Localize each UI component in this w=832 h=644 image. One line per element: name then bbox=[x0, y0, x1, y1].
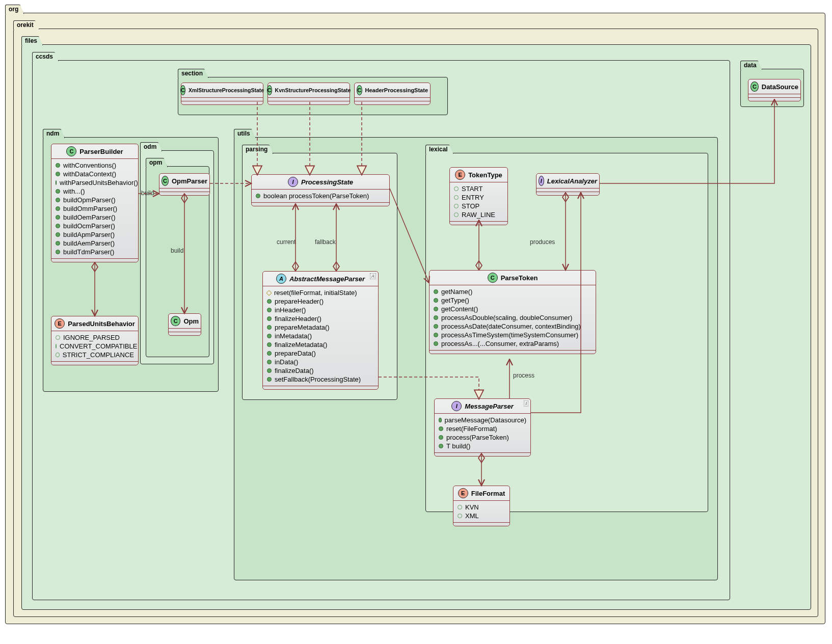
class-header-processing-state: CHeaderProcessingState bbox=[354, 83, 431, 105]
class-file-format: EFileFormat KVN XML bbox=[453, 486, 510, 526]
interface-lexical-analyzer: ILexicalAnalyzer bbox=[536, 173, 600, 196]
pkg-tab-utils: utils bbox=[234, 129, 256, 138]
class-token-type: ETokenType START ENTRY STOP RAW_LINE bbox=[449, 167, 508, 225]
class-parse-token: CParseToken getName() getType() getConte… bbox=[429, 270, 596, 354]
pkg-tab-section: section bbox=[178, 69, 208, 78]
label-produces: produces bbox=[530, 238, 555, 246]
class-parsed-units-behavior: EParsedUnitsBehavior IGNORE_PARSED CONVE… bbox=[51, 316, 139, 365]
enum-icon: E bbox=[455, 170, 465, 180]
members: IGNORE_PARSED CONVERT_COMPATIBLE STRICT_… bbox=[51, 331, 138, 362]
class-icon: C bbox=[357, 85, 362, 95]
enum-icon: E bbox=[458, 488, 468, 498]
interface-message-parser: I IMessageParser parseMessage(Datasource… bbox=[434, 398, 531, 457]
members: withConventions() withDataContext() with… bbox=[51, 159, 138, 259]
label-process: process bbox=[513, 372, 534, 379]
pkg-tab-parsing: parsing bbox=[242, 145, 273, 154]
label-build-2: build bbox=[171, 247, 183, 254]
class-data-source: CDataSource bbox=[748, 79, 801, 101]
pkg-tab-orekit: orekit bbox=[13, 20, 39, 30]
class-icon: C bbox=[750, 82, 759, 92]
class-abstract-message-parser: A AAbstractMessageParser reset(fileForma… bbox=[262, 271, 379, 390]
pkg-tab-org: org bbox=[5, 5, 24, 14]
class-xml-structure-processing-state: CXmlStructureProcessingState bbox=[181, 83, 263, 105]
class-icon: C bbox=[171, 316, 180, 326]
pkg-tab-files: files bbox=[21, 36, 43, 45]
class-opm-parser: COpmParser bbox=[159, 173, 210, 196]
pkg-tab-odm: odm bbox=[140, 142, 162, 151]
class-opm: COpm bbox=[168, 313, 201, 336]
label-fallback: fallback bbox=[315, 238, 336, 246]
class-kvn-structure-processing-state: CKvnStructureProcessingState bbox=[267, 83, 350, 105]
pkg-tab-ccsds: ccsds bbox=[32, 52, 59, 61]
interface-icon: I bbox=[451, 401, 462, 411]
pkg-tab-data: data bbox=[740, 61, 762, 70]
pkg-tab-ndm: ndm bbox=[43, 129, 65, 138]
class-icon: C bbox=[488, 273, 498, 283]
class-icon: C bbox=[180, 85, 185, 95]
interface-icon: I bbox=[539, 176, 544, 186]
class-icon: C bbox=[66, 146, 76, 156]
interface-icon: I bbox=[288, 177, 298, 187]
class-icon: C bbox=[267, 85, 272, 95]
enum-icon: E bbox=[55, 318, 65, 329]
label-build-1: build bbox=[141, 190, 154, 197]
abstract-icon: A bbox=[276, 274, 286, 284]
label-current: current bbox=[277, 238, 296, 246]
pkg-tab-opm: opm bbox=[146, 158, 168, 167]
interface-processing-state: IProcessingState boolean processToken(Pa… bbox=[251, 174, 390, 206]
pkg-files: files ccsds section ndm odm opm bbox=[21, 44, 811, 610]
class-icon: C bbox=[162, 176, 169, 186]
pkg-tab-lexical: lexical bbox=[425, 145, 453, 154]
class-parser-builder: CParserBuilder withConventions() withDat… bbox=[51, 144, 139, 262]
